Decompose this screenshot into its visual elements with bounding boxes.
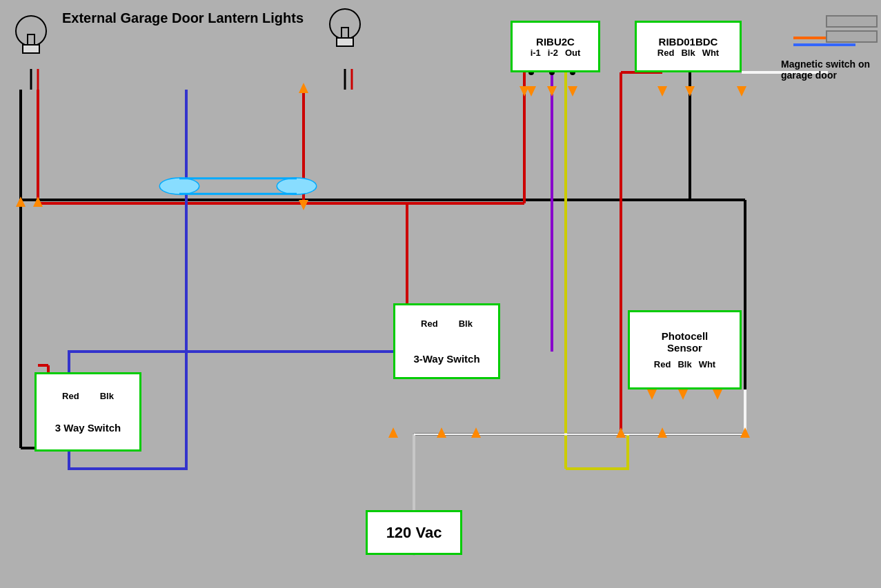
magnetic-switch-rect2 — [826, 30, 878, 43]
power-box: 120 Vac — [366, 510, 462, 555]
magnetic-switch-rect1 — [826, 15, 878, 28]
switch3way-left-box: RedBlk 3 Way Switch — [34, 372, 141, 452]
magnetic-switch-label: Magnetic switch on garage door — [781, 59, 878, 81]
ribu2c-box: RIBU2C i-1i-2Out — [511, 21, 600, 72]
switch3way-left-terminals: RedBlk — [62, 391, 114, 401]
ribd01bdc-terminals: RedBlkWht — [657, 48, 719, 58]
switch3way-center-terminals: RedBlk — [421, 318, 473, 329]
ribu2c-terminals: i-1i-2Out — [531, 48, 581, 58]
ribd01bdc-label: RIBD01BDC — [659, 36, 718, 48]
ribu2c-label: RIBU2C — [536, 36, 575, 48]
power-label: 120 Vac — [386, 524, 442, 542]
switch3way-left-label: 3 Way Switch — [55, 422, 121, 434]
photocell-box: PhotocellSensor RedBlkWht — [628, 310, 742, 389]
photocell-label: PhotocellSensor — [662, 330, 709, 354]
photocell-terminals: RedBlkWht — [654, 359, 715, 369]
switch3way-center-label: 3-Way Switch — [413, 353, 479, 365]
ribd01bdc-box: RIBD01BDC RedBlkWht — [635, 21, 742, 72]
switch3way-center-box: RedBlk 3-Way Switch — [393, 303, 500, 379]
